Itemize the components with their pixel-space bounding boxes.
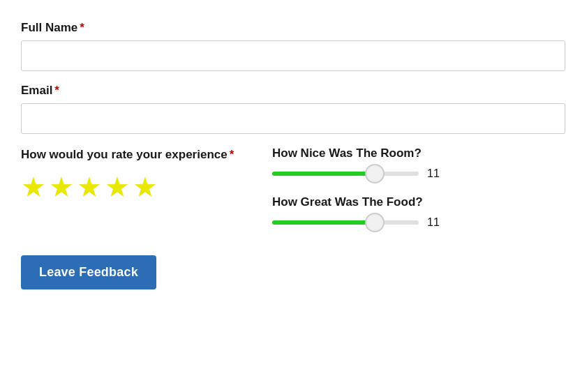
room-slider[interactable]: [272, 172, 419, 176]
room-slider-section: How Nice Was The Room? 11: [272, 146, 545, 180]
room-slider-label: How Nice Was The Room?: [272, 146, 545, 160]
email-input[interactable]: [21, 103, 565, 134]
star-4[interactable]: ★: [105, 173, 130, 201]
feedback-form: Full Name* Email* How would you rate you…: [21, 21, 545, 289]
room-slider-value: 11: [427, 167, 444, 180]
sliders-group: How Nice Was The Room? 11 How Great Was …: [272, 146, 545, 244]
star-1[interactable]: ★: [21, 173, 46, 201]
star-rating-group: How would you rate your experience* ★ ★ …: [21, 146, 244, 244]
full-name-label: Full Name*: [21, 21, 545, 35]
star-5[interactable]: ★: [133, 173, 158, 201]
full-name-required: *: [80, 21, 84, 34]
email-label: Email*: [21, 84, 545, 98]
food-slider-section: How Great Was The Food? 11: [272, 195, 545, 229]
room-slider-row: 11: [272, 167, 545, 180]
food-slider-row: 11: [272, 216, 545, 229]
food-slider-value: 11: [427, 216, 444, 229]
star-3[interactable]: ★: [77, 173, 102, 201]
food-slider-label: How Great Was The Food?: [272, 195, 545, 209]
star-2[interactable]: ★: [49, 173, 74, 201]
email-group: Email*: [21, 84, 545, 134]
email-required: *: [54, 84, 59, 97]
rating-required: *: [230, 148, 234, 161]
star-rating-label: How would you rate your experience*: [21, 146, 244, 163]
rating-sliders-row: How would you rate your experience* ★ ★ …: [21, 146, 545, 244]
food-slider[interactable]: [272, 220, 419, 225]
stars-container: ★ ★ ★ ★ ★: [21, 173, 244, 201]
leave-feedback-button[interactable]: Leave Feedback: [21, 255, 156, 289]
full-name-input[interactable]: [21, 40, 565, 71]
full-name-group: Full Name*: [21, 21, 545, 71]
